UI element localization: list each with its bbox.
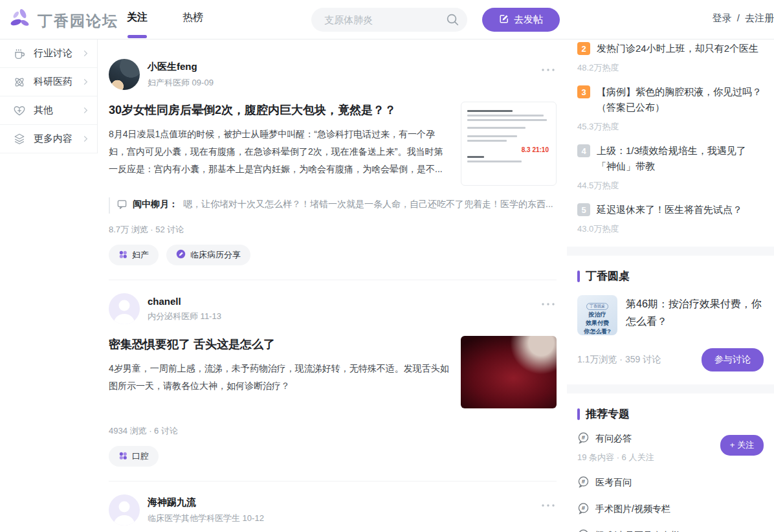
post-header: chanell 内分泌科医师 11-13	[109, 293, 557, 324]
top-header: 丁香园论坛 关注 热榜 去发帖 登录 /	[0, 0, 774, 39]
chevron-right-icon	[82, 76, 89, 88]
site-logo[interactable]: 丁香园论坛	[9, 8, 118, 34]
search-icon[interactable]	[446, 13, 459, 29]
active-tab-underline	[127, 35, 147, 38]
top-comment[interactable]: 闽中柳月： 嗯，让你堵对十次又怎么样？！堵错一次就是一条人命，自己还吃不了兜着走…	[109, 197, 557, 214]
post-header: 小医生feng 妇产科医师 09-09	[109, 59, 557, 90]
logo-flower-icon	[9, 8, 32, 34]
atom-icon	[13, 76, 27, 89]
section-title: 推荐专题	[586, 406, 630, 421]
hot-list-item[interactable]: 2 发热门诊24小时上班，却只有2个医生 48.2万热度	[577, 39, 764, 74]
join-discussion-button[interactable]: 参与讨论	[702, 348, 764, 371]
topic-label: 有问必答	[595, 433, 632, 445]
grid-dots-icon	[118, 451, 127, 462]
thumb-text-line: 按治疗	[577, 311, 617, 318]
hash-bubble-icon: #	[577, 432, 590, 446]
hot-item-heat: 44.5万热度	[577, 180, 764, 192]
post-username[interactable]: 小医生feng	[148, 61, 214, 73]
more-options-icon[interactable]	[541, 63, 555, 74]
topic-link[interactable]: # 疑难/少见罕见病专栏	[577, 529, 764, 532]
follow-button[interactable]: + 关注	[720, 435, 764, 456]
post-username[interactable]: 海神踢九流	[148, 496, 264, 509]
post-thumbnail[interactable]	[461, 336, 557, 408]
search-input[interactable]	[311, 8, 467, 32]
topic-stats: 19 条内容 · 6 人关注	[577, 452, 709, 463]
roundtable-stats: 1.1万浏览 · 359 讨论	[577, 354, 661, 366]
tag-label: 妇产	[132, 249, 149, 261]
sidebar-item-label: 科研医药	[34, 76, 82, 88]
more-options-icon[interactable]	[541, 297, 555, 309]
rank-badge: 5	[577, 203, 590, 216]
auth-separator: /	[737, 12, 740, 23]
search-box	[311, 8, 467, 32]
post-meta: 内分泌科医师 11-13	[148, 311, 221, 322]
hot-item-title: 【病例】紫色的胸腔积液，你见过吗？（答案已公布）	[597, 84, 764, 115]
sidebar-item-more[interactable]: 更多内容	[0, 125, 97, 153]
heart-plus-icon	[13, 104, 27, 117]
svg-text:#: #	[582, 504, 586, 511]
hot-item-heat: 48.2万热度	[577, 62, 764, 74]
sidebar-item-label: 行业讨论	[34, 47, 82, 60]
sidebar-item-other[interactable]: 其他	[0, 96, 97, 125]
sidebar-item-label: 其他	[34, 104, 82, 116]
hot-list-item[interactable]: 5 延迟退休来了！医生将首先试点？ 43.0万热度	[577, 192, 764, 235]
hash-bubble-icon: #	[577, 529, 590, 532]
comment-bubble-icon	[116, 199, 127, 214]
comment-text: 嗯，让你堵对十次又怎么样？！堵错一次就是一条人命，自己还吃不了兜着走！医学的东西…	[183, 197, 553, 211]
sidebar-item-industry[interactable]: 行业讨论	[0, 39, 97, 68]
feed-post: 海神踢九流 临床医学其他学科医学生 10-12 大佬们帮我看看这个伤口 门诊换了…	[109, 482, 557, 532]
avatar[interactable]	[109, 293, 140, 324]
section-accent-bar	[577, 408, 580, 420]
sidebar-item-research[interactable]: 科研医药	[0, 68, 97, 96]
right-sidebar: 2 发热门诊24小时上班，却只有2个医生 48.2万热度 3 【病例】紫色的胸腔…	[567, 39, 774, 532]
topic-link[interactable]: # 有问必答	[577, 432, 709, 446]
hot-item-heat: 45.3万热度	[577, 121, 764, 133]
roundtable-entry[interactable]: 丁香圆桌 按治疗 效果付费 你怎么看? 第46期：按治疗效果付费，你怎么看？	[577, 295, 764, 335]
post-thumbnail[interactable]: 8.3 21:10	[461, 102, 557, 186]
post-excerpt: 4岁男童，一周前上感，流涕，未予药物治疗，现流涕好转，无特殊不适。发现舌头如图所…	[109, 360, 450, 395]
thumb-text-line: 效果付费	[577, 320, 617, 327]
topic-label: 手术图片/视频专栏	[595, 504, 670, 515]
layers-icon	[13, 133, 27, 146]
tag-label: 口腔	[132, 450, 149, 462]
post-title[interactable]: 30岁女性同房后晕倒2次，腹腔内巨大包块，竟然是？？	[109, 102, 450, 119]
roundtable-thumbnail: 丁香圆桌 按治疗 效果付费 你怎么看?	[577, 295, 617, 335]
tab-hot[interactable]: 热榜	[182, 11, 203, 25]
grid-dots-icon	[118, 250, 127, 261]
tag-chip[interactable]: 临床病历分享	[166, 245, 250, 265]
topic-item-featured: # 有问必答 19 条内容 · 6 人关注 + 关注	[577, 432, 764, 463]
post-stats: 4934 浏览 · 6 讨论	[109, 425, 557, 437]
tab-follow[interactable]: 关注	[127, 11, 148, 25]
section-accent-bar	[577, 271, 580, 282]
rank-badge: 3	[577, 85, 590, 98]
feed-post: 小医生feng 妇产科医师 09-09 30岁女性同房后晕倒2次，腹腔内巨大包块…	[109, 39, 557, 280]
tag-chip[interactable]: 妇产	[109, 245, 159, 265]
hot-item-title: 发热门诊24小时上班，却只有2个医生	[597, 41, 758, 56]
hot-list-item[interactable]: 4 上级：1/3绩效给规培生，我遇见了「神仙」带教 44.5万热度	[577, 133, 764, 192]
section-title: 丁香圆桌	[586, 269, 630, 283]
thumbnail-timestamp: 8.3 21:10	[467, 146, 549, 153]
topics-card: 推荐专题 # 有问必答 19 条内容 · 6 人关注 + 关注	[567, 393, 774, 532]
topic-link[interactable]: # 医考百问	[577, 476, 764, 490]
tag-chip[interactable]: 口腔	[109, 446, 159, 467]
topic-link[interactable]: # 手术图片/视频专栏	[577, 502, 764, 516]
post-username[interactable]: chanell	[148, 296, 221, 307]
post-body: 30岁女性同房后晕倒2次，腹腔内巨大包块，竟然是？？ 8月4日凌晨1点值班的时候…	[109, 102, 557, 188]
register-link[interactable]: 去注册	[745, 12, 774, 23]
post-title[interactable]: 密集恐惧要犯了 舌头这是怎么了	[109, 336, 450, 353]
hot-list-item[interactable]: 3 【病例】紫色的胸腔积液，你见过吗？（答案已公布） 45.3万热度	[577, 74, 764, 133]
login-link[interactable]: 登录	[712, 12, 731, 23]
post-excerpt: 8月4日凌晨1点值班的时候，被护士从睡梦中叫醒：“急诊科打电话过来，有一个孕妇，…	[109, 126, 450, 178]
feed-post: chanell 内分泌科医师 11-13 密集恐惧要犯了 舌头这是怎么了 4岁男…	[109, 280, 557, 482]
auth-links: 登录 / 去注册	[709, 12, 774, 25]
more-options-icon[interactable]	[541, 498, 555, 510]
avatar[interactable]	[109, 494, 140, 526]
create-post-button[interactable]: 去发帖	[482, 8, 560, 32]
edit-icon	[499, 14, 509, 26]
rank-badge: 4	[577, 144, 590, 157]
hot-list-card: 2 发热门诊24小时上班，却只有2个医生 48.2万热度 3 【病例】紫色的胸腔…	[567, 39, 774, 247]
topic-label: 医考百问	[595, 477, 632, 489]
left-sidebar: 行业讨论 科研医药	[0, 39, 98, 153]
create-post-label: 去发帖	[514, 14, 543, 26]
avatar[interactable]	[109, 59, 140, 90]
